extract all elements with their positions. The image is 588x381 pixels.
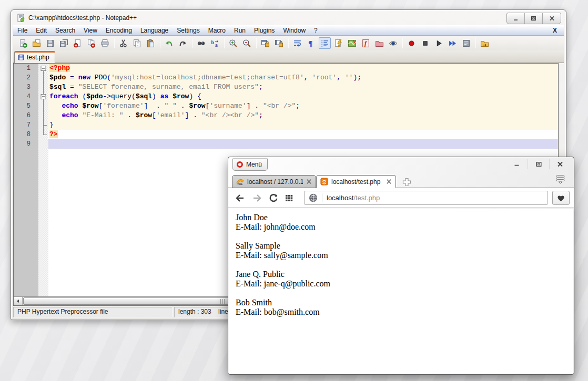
restore-button[interactable] xyxy=(528,159,549,169)
doc-switcher-icon[interactable] xyxy=(332,37,344,49)
copy-icon[interactable] xyxy=(131,37,143,49)
paste-icon[interactable] xyxy=(145,37,157,49)
macro-play-icon[interactable] xyxy=(433,37,445,49)
opera-menu-button[interactable]: Menü xyxy=(232,158,268,171)
document-map-icon[interactable] xyxy=(346,37,358,49)
function-list-icon[interactable]: f xyxy=(360,37,372,49)
fold-margin[interactable] xyxy=(38,64,48,73)
line-number: 2 xyxy=(14,73,38,83)
menu-macro[interactable]: Macro xyxy=(204,26,230,35)
cut-icon[interactable] xyxy=(117,37,129,49)
code-line-1[interactable]: 1<?php xyxy=(14,64,558,73)
macro-run-multiple-icon[interactable] xyxy=(447,37,459,49)
bookmark-heart-button[interactable] xyxy=(552,191,570,205)
open-file-icon[interactable] xyxy=(31,37,43,49)
close-button[interactable] xyxy=(549,159,571,169)
menu-run[interactable]: Run xyxy=(230,26,250,35)
minimize-button[interactable] xyxy=(507,13,525,24)
save-icon[interactable] xyxy=(44,37,56,49)
undo-icon[interactable] xyxy=(163,37,175,49)
code-line-2[interactable]: 2$pdo = new PDO('mysql:host=localhost;db… xyxy=(14,73,558,83)
user-entry: Bob SmithE-Mail: bob@smith.com xyxy=(236,298,573,317)
close-button[interactable] xyxy=(543,13,561,24)
user-entry: John DoeE-Mail: john@doe.com xyxy=(236,213,573,232)
macro-stop-icon[interactable] xyxy=(419,37,431,49)
file-monitoring-icon[interactable] xyxy=(387,37,399,49)
code-line-6[interactable]: 6 echo "E-Mail: " . $row['email'] . "<br… xyxy=(14,111,558,120)
redo-icon[interactable] xyxy=(177,37,189,49)
menu-plugins[interactable]: Plugins xyxy=(250,26,279,35)
tab-stack-icon[interactable] xyxy=(555,175,565,184)
user-email: E-Mail: bob@smith.com xyxy=(236,307,573,317)
back-button[interactable] xyxy=(235,194,245,202)
zoom-in-icon[interactable] xyxy=(227,37,239,49)
forward-button[interactable] xyxy=(252,194,262,202)
menu-encoding[interactable]: Encoding xyxy=(102,26,136,35)
minimize-button[interactable] xyxy=(506,159,528,169)
menu-help[interactable]: ? xyxy=(310,26,322,35)
editor-tab-testphp[interactable]: test.php xyxy=(14,51,55,63)
code-line-4[interactable]: 4foreach ($pdo->query($sql) as $row) { xyxy=(14,92,558,101)
menubar-close-icon[interactable]: X xyxy=(553,27,564,34)
svg-text:b: b xyxy=(211,39,214,45)
fold-margin xyxy=(38,130,48,139)
address-bar[interactable]: localhost/test.php xyxy=(304,191,548,205)
toolbar-separator xyxy=(288,38,289,48)
site-badge-icon[interactable] xyxy=(309,193,318,202)
menu-window[interactable]: Window xyxy=(279,26,310,35)
line-number: 8 xyxy=(14,130,38,139)
restore-button[interactable] xyxy=(525,13,543,24)
code-line-7[interactable]: 7} xyxy=(14,120,558,130)
reload-button[interactable] xyxy=(269,193,278,203)
code-text: echo "E-Mail: " . $row['email'] . "<br /… xyxy=(48,111,558,120)
code-line-9[interactable]: 9 xyxy=(14,139,558,149)
macro-save-icon[interactable] xyxy=(460,37,472,49)
fold-margin[interactable] xyxy=(38,92,48,101)
opera-titlebar[interactable]: Menü xyxy=(228,157,574,174)
print-icon[interactable] xyxy=(99,37,111,49)
tab-close-icon[interactable] xyxy=(306,179,312,184)
opera-logo-icon xyxy=(237,161,243,168)
url-text[interactable]: localhost/test.php xyxy=(327,194,380,202)
fold-margin xyxy=(38,149,48,296)
npp-menubar: FileEditSearchViewEncodingLanguageSettin… xyxy=(13,25,564,36)
browser-tab-2[interactable]: localhost/test.php xyxy=(316,175,396,188)
fold-margin xyxy=(38,139,48,149)
find-icon[interactable] xyxy=(195,37,207,49)
phpmyadmin-icon: PMA xyxy=(236,178,244,186)
opera-menu-label: Menü xyxy=(246,161,262,168)
code-line-8[interactable]: 8?> xyxy=(14,130,558,139)
replace-icon[interactable]: ba xyxy=(209,37,221,49)
menu-file[interactable]: File xyxy=(13,26,32,35)
menu-settings[interactable]: Settings xyxy=(173,26,204,35)
tab-label: localhost/test.php xyxy=(331,178,383,186)
zoom-out-icon[interactable] xyxy=(241,37,253,49)
code-line-3[interactable]: 3$sql = "SELECT forename, surname, email… xyxy=(14,83,558,92)
user-email: E-Mail: john@doe.com xyxy=(236,222,573,232)
save-all-icon[interactable] xyxy=(58,37,70,49)
user-name: Bob Smith xyxy=(236,298,573,307)
speed-dial-grid-icon[interactable] xyxy=(285,194,293,202)
tab-close-icon[interactable] xyxy=(386,179,392,184)
show-all-chars-icon[interactable]: ¶ xyxy=(305,37,317,49)
open-containing-folder-icon[interactable] xyxy=(479,37,491,49)
sync-scroll-v-icon[interactable] xyxy=(259,37,271,49)
browser-tab-1[interactable]: PMAlocalhost / 127.0.0.1 / test xyxy=(232,175,316,188)
word-wrap-icon[interactable] xyxy=(291,37,303,49)
indent-guide-icon[interactable] xyxy=(319,37,331,49)
scrollbar-grip xyxy=(220,299,225,304)
code-line-5[interactable]: 5 echo $row['forename'] . " " . $row['su… xyxy=(14,101,558,111)
menu-search[interactable]: Search xyxy=(51,26,79,35)
new-tab-button[interactable] xyxy=(402,178,411,187)
npp-titlebar[interactable]: C:\xampp\htdocs\test.php - Notepad++ xyxy=(13,10,564,25)
menu-view[interactable]: View xyxy=(79,26,102,35)
scroll-left-arrow-icon[interactable] xyxy=(14,297,23,305)
close-icon[interactable] xyxy=(72,37,84,49)
menu-language[interactable]: Language xyxy=(136,26,173,35)
macro-record-icon[interactable] xyxy=(405,37,418,49)
close-all-icon[interactable] xyxy=(85,37,97,49)
new-file-icon[interactable] xyxy=(17,37,29,49)
folder-workspace-icon[interactable] xyxy=(373,37,386,49)
sync-scroll-h-icon[interactable] xyxy=(273,37,285,49)
menu-edit[interactable]: Edit xyxy=(32,26,51,35)
